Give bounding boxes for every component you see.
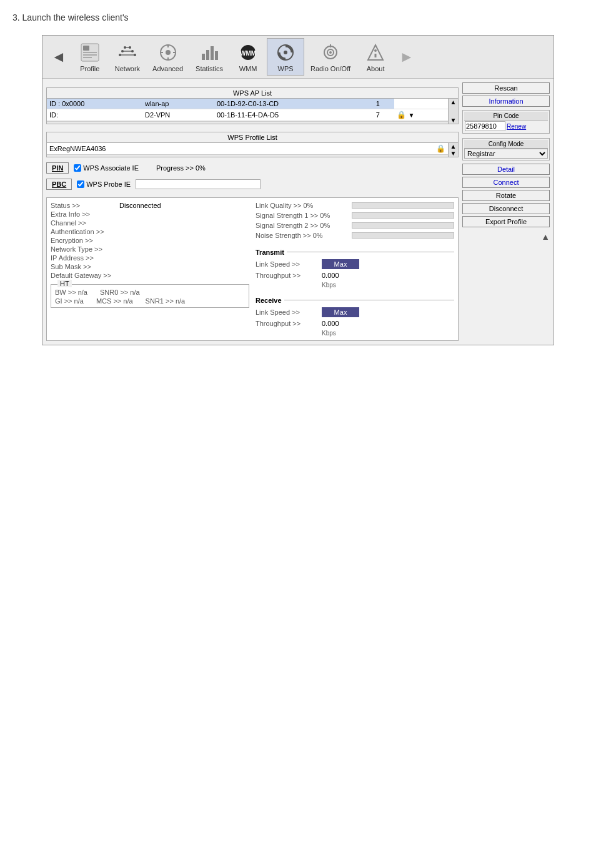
profile-icon bbox=[79, 41, 101, 64]
pin-code-input[interactable] bbox=[465, 121, 505, 131]
wps-icon bbox=[274, 41, 297, 64]
svg-rect-2 bbox=[83, 52, 97, 53]
table-row[interactable]: ID: D2-VPN 00-1B-11-E4-DA-D5 7 🔒 ▼ bbox=[47, 109, 448, 121]
wmm-icon: WMM bbox=[237, 41, 259, 64]
gateway-row: Default Gateway >> bbox=[51, 272, 249, 279]
about-icon bbox=[364, 41, 387, 64]
advanced-icon bbox=[157, 41, 179, 64]
wps-associate-ie-label: WPS Associate IE bbox=[74, 164, 139, 172]
svg-text:WMM: WMM bbox=[240, 50, 256, 57]
tab-wps[interactable]: WPS bbox=[267, 38, 304, 76]
progress-bar[interactable] bbox=[136, 179, 261, 189]
svg-point-8 bbox=[119, 54, 121, 56]
tab-advanced[interactable]: Advanced bbox=[146, 39, 189, 75]
receive-throughput-value: 0.000 bbox=[322, 320, 339, 327]
sidebar-scroll-up-icon[interactable]: ▲ bbox=[541, 232, 550, 242]
link-quality-row: Link Quality >> 0% bbox=[256, 202, 454, 209]
buttons-row: PIN WPS Associate IE Progress >> 0% bbox=[46, 160, 459, 176]
toolbar: ◄ Profile bbox=[42, 36, 554, 79]
tab-network[interactable]: Network bbox=[109, 39, 146, 75]
svg-rect-1 bbox=[83, 46, 89, 51]
ip-address-row: IP Address >> bbox=[51, 254, 249, 262]
page-title: 3. Launch the wireless client's bbox=[12, 12, 584, 22]
link-quality-bar bbox=[352, 202, 454, 209]
tab-profile[interactable]: Profile bbox=[71, 39, 109, 75]
pin-code-label: Pin Code bbox=[464, 112, 548, 121]
wps-ap-list-header: WPS AP List bbox=[47, 88, 458, 99]
signal-strength2-bar bbox=[352, 222, 454, 229]
table-row[interactable]: ExRegNWEA4036 🔒 bbox=[47, 143, 448, 154]
ht-row: BW >> n/a SNR0 >> n/a bbox=[55, 289, 245, 296]
export-profile-button[interactable]: Export Profile bbox=[462, 216, 550, 227]
receive-kbps: Kbps bbox=[322, 330, 336, 337]
network-icon bbox=[116, 41, 139, 64]
detail-button[interactable]: Detail bbox=[462, 164, 550, 175]
svg-rect-20 bbox=[202, 54, 205, 60]
profile-scroll-down-icon[interactable]: ▼ bbox=[450, 150, 457, 157]
transmit-section: Transmit Link Speed >> Max Throughput >>… bbox=[256, 244, 454, 289]
scroll-down-icon[interactable]: ▼ bbox=[450, 117, 457, 124]
receive-max-box: Max bbox=[322, 307, 359, 317]
svg-rect-3 bbox=[83, 54, 97, 56]
information-button[interactable]: Information bbox=[462, 96, 550, 107]
signal-strength2-row: Signal Strength 2 >> 0% bbox=[256, 222, 454, 229]
config-mode-select[interactable]: Registrar Enrollee bbox=[464, 149, 548, 159]
transmit-link-speed-row: Link Speed >> Max bbox=[256, 259, 454, 269]
config-mode-label: Config Mode bbox=[464, 140, 548, 149]
svg-marker-32 bbox=[368, 45, 383, 60]
ht-row2: GI >> n/a MCS >> n/a SNR1 >> n/a bbox=[55, 297, 245, 305]
disconnect-button[interactable]: Disconnect bbox=[462, 203, 550, 214]
svg-rect-22 bbox=[211, 46, 214, 60]
wps-profile-list-header: WPS Profile List bbox=[47, 132, 458, 143]
wps-probe-ie-label: WPS Probe IE bbox=[77, 180, 131, 188]
forward-button[interactable]: ► bbox=[394, 46, 419, 68]
tab-radio[interactable]: Radio On/Off bbox=[304, 39, 357, 75]
svg-point-34 bbox=[374, 49, 377, 52]
sub-mask-row: Sub Mask >> bbox=[51, 263, 249, 270]
profile-list-table: ExRegNWEA4036 🔒 bbox=[47, 143, 448, 154]
ht-section: HT BW >> n/a SNR0 >> n/a GI >> n/a bbox=[51, 284, 249, 308]
status-row: Status >> Disconnected bbox=[51, 202, 249, 209]
statistics-icon bbox=[198, 41, 221, 64]
auth-row: Authentication >> bbox=[51, 228, 249, 235]
status-right: Link Quality >> 0% Signal Strength 1 >> … bbox=[256, 202, 454, 337]
svg-point-11 bbox=[131, 50, 134, 52]
rescan-button[interactable]: Rescan bbox=[462, 82, 550, 94]
connect-button[interactable]: Connect bbox=[462, 177, 550, 188]
svg-rect-23 bbox=[215, 51, 218, 60]
rotate-button[interactable]: Rotate bbox=[462, 190, 550, 201]
tab-about[interactable]: About bbox=[357, 39, 394, 75]
status-left: Status >> Disconnected Extra Info >> Cha… bbox=[51, 202, 249, 337]
receive-throughput-row: Throughput >> 0.000 bbox=[256, 320, 454, 327]
table-row[interactable]: ID : 0x0000 wlan-ap 00-1D-92-C0-13-CD 1 bbox=[47, 99, 448, 109]
ap-list-table: ID : 0x0000 wlan-ap 00-1D-92-C0-13-CD 1 … bbox=[47, 99, 448, 121]
back-button[interactable]: ◄ bbox=[46, 46, 71, 68]
app-window: ◄ Profile bbox=[42, 35, 554, 345]
transmit-throughput-row: Throughput >> 0.000 bbox=[256, 272, 454, 279]
transmit-throughput-value: 0.000 bbox=[322, 272, 339, 279]
network-type-row: Network Type >> bbox=[51, 245, 249, 253]
wps-probe-ie-checkbox[interactable] bbox=[77, 180, 84, 188]
svg-point-12 bbox=[124, 46, 126, 49]
pin-code-box: Pin Code Renew bbox=[462, 110, 550, 134]
pin-button[interactable]: PIN bbox=[46, 162, 69, 174]
receive-label: Receive bbox=[256, 297, 284, 304]
svg-point-30 bbox=[329, 51, 332, 54]
transmit-kbps: Kbps bbox=[322, 282, 336, 289]
extra-info-row: Extra Info >> bbox=[51, 210, 249, 218]
receive-section: Receive Link Speed >> Max Throughput >> … bbox=[256, 292, 454, 337]
right-sidebar: Rescan Information Pin Code Renew Config… bbox=[462, 82, 550, 341]
renew-button[interactable]: Renew bbox=[507, 123, 526, 130]
tab-statistics[interactable]: Statistics bbox=[189, 39, 229, 75]
wps-associate-ie-checkbox[interactable] bbox=[74, 164, 81, 172]
channel-row: Channel >> bbox=[51, 219, 249, 227]
scroll-up-icon[interactable]: ▲ bbox=[450, 99, 457, 106]
noise-strength-bar bbox=[352, 232, 454, 239]
receive-link-speed-row: Link Speed >> Max bbox=[256, 307, 454, 317]
svg-rect-21 bbox=[206, 50, 209, 60]
svg-point-13 bbox=[129, 46, 131, 49]
svg-point-27 bbox=[284, 51, 287, 54]
tab-wmm[interactable]: WMM WMM bbox=[229, 39, 267, 75]
pbc-button[interactable]: PBC bbox=[46, 179, 72, 190]
profile-scroll-up-icon[interactable]: ▲ bbox=[450, 143, 457, 150]
